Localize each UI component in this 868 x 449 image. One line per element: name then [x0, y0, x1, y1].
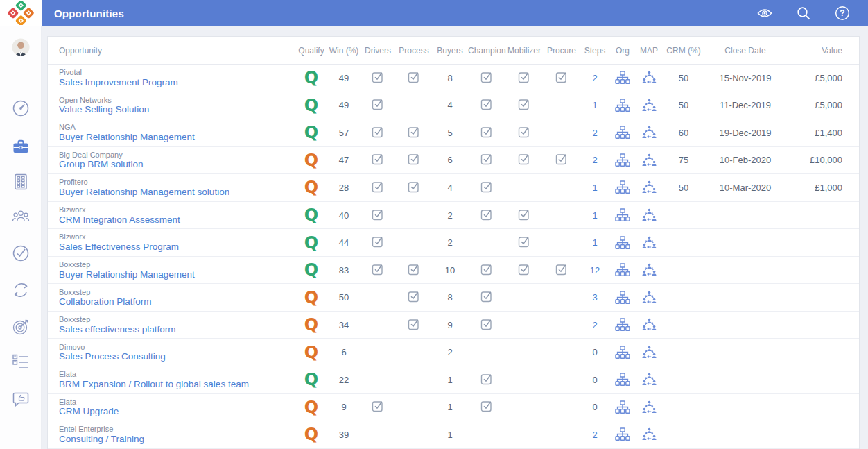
- champion-checkbox[interactable]: [480, 373, 493, 387]
- org-chart-icon[interactable]: [615, 236, 630, 250]
- mobilizer-checkbox[interactable]: [518, 235, 530, 250]
- procure-checkbox[interactable]: [555, 153, 568, 167]
- sidebar-item-feedback[interactable]: [12, 390, 30, 408]
- opportunity-link[interactable]: Sales Process Consulting: [59, 351, 295, 362]
- sidebar-item-accounts[interactable]: [12, 173, 30, 191]
- champion-checkbox[interactable]: [480, 400, 493, 414]
- champion-checkbox[interactable]: [480, 318, 493, 332]
- process-checkbox[interactable]: [408, 126, 420, 140]
- user-avatar[interactable]: [12, 38, 30, 56]
- champion-checkbox[interactable]: [480, 98, 493, 112]
- champion-checkbox[interactable]: [480, 126, 493, 140]
- process-checkbox[interactable]: [408, 318, 420, 332]
- drivers-checkbox[interactable]: [372, 235, 384, 250]
- sidebar-item-actions[interactable]: [12, 353, 30, 371]
- qualify-badge[interactable]: Q: [304, 205, 318, 225]
- mobilizer-checkbox[interactable]: [518, 71, 530, 85]
- drivers-checkbox[interactable]: [372, 400, 384, 414]
- search-icon[interactable]: [796, 6, 811, 21]
- opportunity-link[interactable]: Consulting / Training: [59, 434, 295, 445]
- org-chart-icon[interactable]: [615, 427, 630, 441]
- relationship-map-icon[interactable]: [642, 71, 657, 85]
- relationship-map-icon[interactable]: [642, 400, 657, 414]
- org-chart-icon[interactable]: [615, 71, 630, 85]
- org-chart-icon[interactable]: [615, 208, 630, 222]
- org-chart-icon[interactable]: [615, 318, 630, 332]
- col-header-buyers[interactable]: Buyers: [432, 46, 468, 56]
- sidebar-item-dashboard[interactable]: [12, 99, 30, 117]
- col-header-win[interactable]: Win (%): [328, 46, 360, 56]
- champion-checkbox[interactable]: [480, 71, 493, 85]
- org-chart-icon[interactable]: [615, 373, 630, 387]
- opportunity-link[interactable]: Buyer Relationship Management: [59, 132, 295, 143]
- qualify-badge[interactable]: Q: [304, 260, 318, 280]
- org-chart-icon[interactable]: [615, 346, 630, 359]
- col-header-value[interactable]: Value: [785, 46, 859, 56]
- qualify-badge[interactable]: Q: [304, 315, 318, 334]
- qualify-badge[interactable]: Q: [304, 68, 318, 87]
- process-checkbox[interactable]: [408, 71, 420, 85]
- qualify-badge[interactable]: Q: [304, 96, 318, 115]
- champion-checkbox[interactable]: [480, 208, 493, 223]
- procure-checkbox[interactable]: [555, 71, 568, 85]
- opportunity-link[interactable]: Sales Effectiveness Program: [59, 242, 295, 253]
- col-header-close-date[interactable]: Close Date: [705, 46, 785, 56]
- champion-checkbox[interactable]: [480, 263, 493, 278]
- org-chart-icon[interactable]: [615, 126, 630, 139]
- col-header-champion[interactable]: Champion: [468, 46, 505, 56]
- drivers-checkbox[interactable]: [372, 180, 384, 195]
- relationship-map-icon[interactable]: [642, 208, 657, 222]
- col-header-drivers[interactable]: Drivers: [360, 46, 396, 56]
- champion-checkbox[interactable]: [480, 180, 493, 195]
- qualify-badge[interactable]: Q: [304, 398, 318, 417]
- org-chart-icon[interactable]: [615, 291, 630, 305]
- sidebar-item-opportunities[interactable]: [12, 137, 30, 155]
- champion-checkbox[interactable]: [480, 290, 493, 305]
- process-checkbox[interactable]: [408, 263, 420, 278]
- mobilizer-checkbox[interactable]: [518, 126, 530, 140]
- sidebar-item-goals[interactable]: [12, 318, 30, 336]
- col-header-map[interactable]: MAP: [636, 46, 662, 56]
- col-header-crm[interactable]: CRM (%): [662, 46, 705, 56]
- qualify-badge[interactable]: Q: [304, 233, 318, 253]
- qualify-badge[interactable]: Q: [304, 178, 318, 197]
- org-chart-icon[interactable]: [615, 400, 630, 414]
- qualify-badge[interactable]: Q: [304, 425, 318, 444]
- mobilizer-checkbox[interactable]: [518, 208, 530, 223]
- qualify-badge[interactable]: Q: [304, 151, 318, 170]
- relationship-map-icon[interactable]: [642, 263, 657, 277]
- opportunity-link[interactable]: CRM Upgrade: [59, 406, 295, 417]
- relationship-map-icon[interactable]: [642, 427, 657, 441]
- champion-checkbox[interactable]: [480, 153, 493, 167]
- col-header-org[interactable]: Org: [609, 46, 636, 56]
- opportunity-link[interactable]: Sales Improvement Program: [59, 77, 295, 88]
- relationship-map-icon[interactable]: [642, 318, 657, 332]
- col-header-qualify[interactable]: Qualify: [295, 46, 328, 56]
- sidebar-item-contacts[interactable]: [12, 207, 30, 225]
- col-header-steps[interactable]: Steps: [580, 46, 609, 56]
- drivers-checkbox[interactable]: [372, 208, 384, 223]
- col-header-mobilizer[interactable]: Mobilizer: [505, 46, 543, 56]
- qualify-badge[interactable]: Q: [304, 288, 318, 307]
- mobilizer-checkbox[interactable]: [518, 153, 530, 167]
- relationship-map-icon[interactable]: [642, 346, 657, 359]
- drivers-checkbox[interactable]: [372, 153, 384, 167]
- qualify-badge[interactable]: Q: [304, 370, 318, 389]
- opportunity-link[interactable]: Collaboration Platform: [59, 296, 295, 307]
- app-logo[interactable]: [0, 0, 42, 26]
- col-header-process[interactable]: Process: [396, 46, 432, 56]
- opportunity-link[interactable]: BRM Expansion / Rollout to global sales …: [59, 379, 295, 390]
- process-checkbox[interactable]: [408, 180, 420, 195]
- sidebar-item-pipeline[interactable]: [12, 281, 30, 299]
- relationship-map-icon[interactable]: [642, 126, 657, 139]
- org-chart-icon[interactable]: [615, 263, 630, 277]
- opportunity-link[interactable]: CRM Integration Assessment: [59, 214, 295, 226]
- drivers-checkbox[interactable]: [372, 98, 384, 112]
- drivers-checkbox[interactable]: [372, 126, 384, 140]
- qualify-badge[interactable]: Q: [304, 123, 318, 142]
- opportunity-link[interactable]: Buyer Relationship Management solution: [59, 187, 295, 198]
- drivers-checkbox[interactable]: [372, 263, 384, 278]
- opportunity-link[interactable]: Sales effectiveness platform: [59, 324, 295, 335]
- relationship-map-icon[interactable]: [642, 153, 657, 167]
- org-chart-icon[interactable]: [615, 180, 630, 194]
